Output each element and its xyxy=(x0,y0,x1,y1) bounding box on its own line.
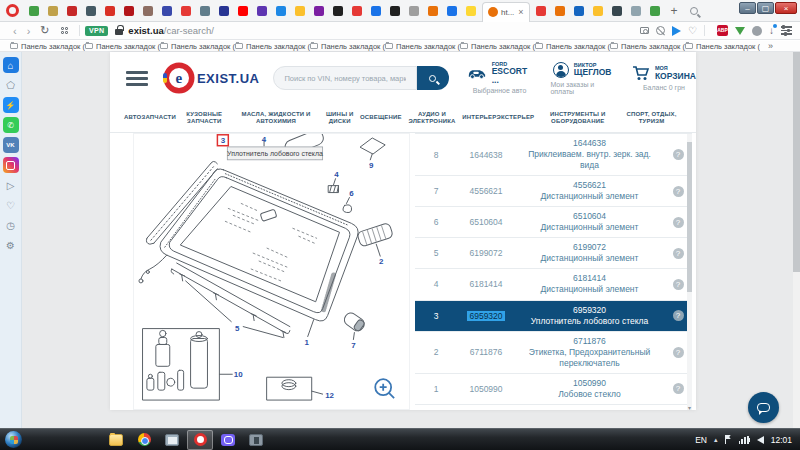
nav-category[interactable]: СПОРТ, ОТДЫХ, ТУРИЗМ xyxy=(621,111,682,126)
vk-icon[interactable]: VK xyxy=(3,137,19,153)
tab-favicon[interactable] xyxy=(409,6,419,16)
tray-expand-icon[interactable]: ▴ xyxy=(714,436,718,444)
close-button[interactable]: × xyxy=(775,2,797,14)
bookmark-item[interactable]: Панель закладок (Б... xyxy=(85,42,160,51)
cell-description[interactable]: 1050990Лобовое стекло xyxy=(515,378,664,400)
nav-category[interactable]: МАСЛА, ЖИДКОСТИ И АВТОХИМИЯ xyxy=(233,111,320,126)
bookmark-heart-icon[interactable]: ♡ xyxy=(688,26,697,36)
cell-description[interactable]: 6959320Уплотнитель лобового стекла xyxy=(515,305,664,327)
cell-description[interactable]: 6199072Дистанционный элемент xyxy=(515,242,664,264)
table-row[interactable]: 7 4556621 4556621Дистанционный элемент ? xyxy=(415,176,692,207)
hamburger-menu-icon[interactable] xyxy=(126,68,148,89)
tab-favicon[interactable] xyxy=(428,6,438,16)
bookmarks-sidebar-icon[interactable]: ♡ xyxy=(3,197,19,213)
snapshot-icon[interactable] xyxy=(640,27,649,34)
tab-favicon[interactable] xyxy=(105,6,115,16)
bookmark-item[interactable]: Панель закладок (Б... xyxy=(235,42,310,51)
taskbar-chrome[interactable] xyxy=(131,430,157,450)
whatsapp-icon[interactable]: ✆ xyxy=(3,117,19,133)
site-logo[interactable]: e EXIST.UA xyxy=(166,65,260,91)
taskbar-app[interactable] xyxy=(243,430,269,450)
tab-favicon[interactable] xyxy=(124,6,134,16)
tab-favicon[interactable] xyxy=(574,6,584,16)
callout-4[interactable]: 4 xyxy=(334,170,339,179)
question-icon[interactable]: ? xyxy=(673,347,684,358)
bookmark-item[interactable]: Панель закладок (Б... xyxy=(310,42,385,51)
tab-favicon[interactable] xyxy=(48,6,58,16)
nav-category[interactable]: ШИНЫ И ДИСКИ xyxy=(320,111,360,126)
my-flow-sidebar-icon[interactable]: ▷ xyxy=(3,177,19,193)
extension-icon[interactable] xyxy=(752,26,762,36)
cell-description[interactable]: 1644638Приклеиваем. внутр. зерк. зад. ви… xyxy=(515,138,664,171)
bookmark-item[interactable]: Панель закладок (Б... xyxy=(385,42,460,51)
table-row[interactable]: 1 1050797 1050797Лобовое стекло ? xyxy=(415,405,692,410)
question-icon[interactable]: ? xyxy=(673,310,684,321)
tab-search-icon[interactable] xyxy=(690,7,698,15)
tab-favicon[interactable] xyxy=(333,6,343,16)
tab-favicon[interactable] xyxy=(143,6,153,16)
table-scroll-down-icon[interactable]: ▾ xyxy=(687,404,692,410)
tab-favicon[interactable] xyxy=(295,6,305,16)
browser-scrollbar-thumb[interactable] xyxy=(793,52,800,272)
taskbar-opera-active[interactable] xyxy=(187,430,213,450)
forward-icon[interactable]: › xyxy=(27,25,31,37)
tab-favicon[interactable] xyxy=(631,6,641,16)
bookmark-item[interactable]: Панель закладок (Б... xyxy=(10,42,85,51)
question-icon[interactable]: ? xyxy=(673,279,684,290)
volume-icon[interactable] xyxy=(757,436,764,444)
bookmark-item[interactable]: Панель закладок (Б... xyxy=(160,42,235,51)
tab-favicon[interactable] xyxy=(536,6,546,16)
parts-diagram-panel[interactable]: Уплотнитель лобового стекла 3 4 9 4 6 2 … xyxy=(133,133,410,410)
minimize-button[interactable]: – xyxy=(739,2,756,14)
cart-block[interactable]: МОЯ КОРЗИНА Баланс 0 грн xyxy=(632,66,696,91)
bookmark-item[interactable]: Панель закладок (Б... xyxy=(535,42,610,51)
tab-favicon[interactable] xyxy=(219,6,229,16)
start-button[interactable] xyxy=(5,431,22,448)
zoom-in-icon[interactable] xyxy=(375,379,394,398)
browser-scrollbar[interactable] xyxy=(793,52,800,428)
my-flow-icon[interactable] xyxy=(672,26,681,36)
tab-favicon[interactable] xyxy=(555,6,565,16)
user-account-block[interactable]: ВИКТОР ЩЕГЛОВ Мои заказы и оплаты xyxy=(550,62,614,95)
question-icon[interactable]: ? xyxy=(673,248,684,259)
action-center-flag-icon[interactable] xyxy=(725,435,732,444)
bookmark-item[interactable]: Панель закладок (Б... xyxy=(685,42,760,51)
callout-9[interactable]: 9 xyxy=(369,161,374,170)
tab-favicon[interactable] xyxy=(371,6,381,16)
cell-description[interactable]: 6181414Дистанционный элемент xyxy=(515,273,664,295)
lock-icon[interactable] xyxy=(115,29,123,35)
cell-description[interactable]: 4556621Дистанционный элемент xyxy=(515,180,664,202)
tab-favicon[interactable] xyxy=(257,6,267,16)
tab-favicon[interactable] xyxy=(466,6,476,16)
callout-10[interactable]: 10 xyxy=(234,370,243,379)
chat-button[interactable] xyxy=(748,392,779,423)
question-icon[interactable]: ? xyxy=(673,217,684,228)
table-row[interactable]: 3 6959320 6959320Уплотнитель лобового ст… xyxy=(415,301,692,332)
taskbar-explorer[interactable] xyxy=(103,430,129,450)
table-row[interactable]: 5 6199072 6199072Дистанционный элемент ? xyxy=(415,238,692,269)
tab-favicon[interactable] xyxy=(276,6,286,16)
table-row[interactable]: 2 6711876 6711876Этикетка, Предохранител… xyxy=(415,332,692,374)
table-row[interactable]: 1 1050990 1050990Лобовое стекло ? xyxy=(415,374,692,405)
selected-car-block[interactable]: FORD ESCORT ... Выбранное авто xyxy=(467,62,533,95)
question-icon[interactable]: ? xyxy=(673,186,684,197)
callout-3[interactable]: 3 xyxy=(221,136,226,145)
back-icon[interactable]: ‹ xyxy=(13,25,17,37)
nav-category[interactable]: КУЗОВНЫЕ ЗАПЧАСТИ xyxy=(176,111,233,126)
speed-dial-home-icon[interactable]: ⌂ xyxy=(3,57,19,73)
bookmark-item[interactable]: Панель закладок (Б... xyxy=(460,42,535,51)
tab-favicon[interactable] xyxy=(650,6,660,16)
maximize-button[interactable]: ▢ xyxy=(757,2,774,14)
callout-1[interactable]: 1 xyxy=(305,338,310,347)
table-row[interactable]: 8 1644638 1644638Приклеиваем. внутр. зер… xyxy=(415,134,692,176)
blocker-icon[interactable] xyxy=(656,26,665,35)
vpn-badge[interactable]: VPN xyxy=(85,26,108,36)
bookmarks-overflow-icon[interactable]: » xyxy=(768,41,773,51)
tab-favicon[interactable] xyxy=(352,6,362,16)
download-extension-icon[interactable] xyxy=(735,27,745,35)
table-scrollbar-thumb[interactable] xyxy=(687,142,692,292)
history-icon[interactable]: ◷ xyxy=(3,217,19,233)
tab-favicon[interactable] xyxy=(390,6,400,16)
cell-description[interactable]: 1050797Лобовое стекло xyxy=(515,409,664,410)
instagram-icon[interactable] xyxy=(3,157,19,173)
